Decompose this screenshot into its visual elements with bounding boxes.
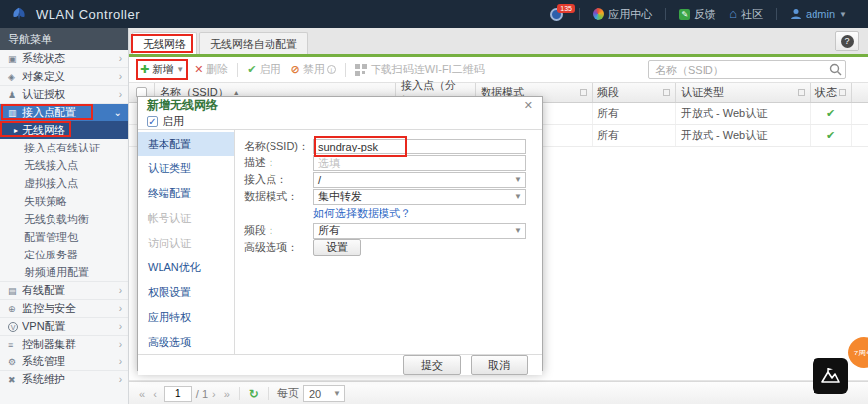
column-header-status[interactable]: 状态 [811,83,852,102]
divider [665,8,666,20]
ap-label: 接入点： [244,172,309,187]
x-icon: ✕ [194,63,203,76]
sidebar-item-monitor-security[interactable]: ⊕ 监控与安全 › [0,299,128,317]
description-input[interactable] [313,155,526,171]
dialog-nav-terminal-config[interactable]: 终端配置 [138,181,234,206]
person-icon: ♟ [8,90,22,100]
community-link[interactable]: ⌂ 社区 [729,7,763,22]
download-wifi-qr-button[interactable]: 下载扫码连WI-FI二维码 [355,62,485,77]
sidebar-item-system-status[interactable]: ▣ 系统状态 › [0,50,128,67]
dialog-nav-permission-settings[interactable]: 权限设置 [138,280,234,305]
delete-button[interactable]: ✕ 删除 [194,62,228,77]
sidebar-item-system-maintenance[interactable]: ✖ 系统维护 › [0,370,128,388]
topbar: WLAN Controller 135 应用中心 ✎ 反馈 ⌂ 社区 [0,0,868,28]
sidebar-item-vpn-config[interactable]: V VPN配置 › [0,317,128,335]
form-row-band: 频段： 所有 ▼ [244,222,526,239]
dialog-nav-access-auth: 访问认证 [138,231,234,255]
cell-auth-type: 开放式 - Web认证 [676,103,811,124]
sidebar-item-ap-wired-auth[interactable]: 接入点有线认证 [0,139,128,156]
sidebar-item-object-definition[interactable]: ◈ 对象定义 › [0,67,128,85]
column-menu-icon[interactable] [580,89,587,96]
sidebar-item-controller-cluster[interactable]: ≡ 控制器集群 › [0,335,128,353]
ap-select[interactable]: / ▼ [313,172,526,188]
tab-wireless-auto-config[interactable]: 无线网络自动配置 [199,32,308,54]
checkbox-checked-icon[interactable]: ✓ [147,116,158,127]
chevron-right-icon: › [119,285,122,296]
sidebar-item-location-server[interactable]: 定位服务器 [0,246,128,263]
dialog-nav-app-privilege[interactable]: 应用特权 [138,305,234,330]
sidebar-item-load-balance[interactable]: 无线负载均衡 [0,210,128,228]
submit-button[interactable]: 提交 [403,355,461,375]
form-row-data-mode: 数据模式： 集中转发 ▼ [244,188,526,205]
ssid-input[interactable] [313,139,526,154]
sidebar-item-system-management[interactable]: ⚙ 系统管理 › [0,353,128,370]
sidebar-item-config-package[interactable]: 配置管理包 [0,228,128,246]
sidebar-item-wireless-ap[interactable]: 无线接入点 [0,156,128,174]
sidebar-item-rf-general-config[interactable]: 射频通用配置 [0,263,128,281]
advanced-settings-button[interactable]: 设置 [313,239,361,256]
object-icon: ◈ [8,72,22,82]
chevron-right-icon: › [119,53,122,64]
main-content: 无线网络 无线网络自动配置 ? ✚ 新增 ▼ ✕ 删除 [129,28,868,404]
band-select[interactable]: 所有 ▼ [313,223,526,239]
chevron-right-icon: › [119,89,122,100]
search-input[interactable] [648,60,846,79]
first-page-icon[interactable]: « [139,388,145,400]
cancel-button[interactable]: 取消 [471,355,528,375]
column-menu-icon[interactable] [798,89,805,96]
list-icon: ≡ [8,340,22,350]
advanced-options-label: 高级选项： [244,240,309,254]
plus-icon: ✚ [140,63,149,76]
disable-button[interactable]: ⊘ 禁用 i [291,62,336,77]
feedback-link[interactable]: ✎ 反馈 [679,7,715,22]
tab-wireless-network[interactable]: 无线网络 [132,32,197,54]
sidebar-item-virtual-ap[interactable]: 虚拟接入点 [0,174,128,192]
sidebar-item-offline-policy[interactable]: 失联策略 [0,192,128,210]
chevron-right-icon: › [119,356,122,367]
last-page-icon[interactable]: » [224,388,230,400]
sidebar-item-authentication[interactable]: ♟ 认证授权 › [0,85,128,103]
close-icon[interactable]: ✕ [524,99,533,112]
chevron-down-icon: ▼ [176,65,184,74]
user-menu[interactable]: admin ▼ [790,8,847,20]
search-icon[interactable] [829,63,842,76]
brand: WLAN Controller [10,5,140,23]
form-row-ssid: 名称(SSID)： [244,138,526,154]
page-number-input[interactable] [164,386,192,402]
column-header-band[interactable]: 频段 [593,83,676,102]
promo-button[interactable] [813,358,848,394]
dialog-nav-wlan-optimization[interactable]: WLAN优化 [138,255,234,280]
brand-logo-icon [10,5,28,23]
divider [268,387,269,400]
add-button[interactable]: ✚ 新增 ▼ [140,62,184,77]
per-page-select[interactable]: 20 ▼ [303,385,345,402]
dialog-titlebar: 新增无线网络 ✕ [138,97,542,114]
dialog-nav-auth-type[interactable]: 认证类型 [138,156,234,181]
sidebar-item-ap-config[interactable]: ▥ 接入点配置 ⌄ [0,103,128,121]
prev-page-icon[interactable]: ‹ [153,388,157,400]
how-to-choose-mode-link[interactable]: 如何选择数据模式？ [313,206,411,221]
data-mode-select[interactable]: 集中转发 ▼ [313,189,526,205]
column-header-auth-type[interactable]: 认证类型 [676,83,811,102]
sidebar-item-wired-config[interactable]: ▤ 有线配置 › [0,281,128,299]
dialog-nav-basic-config[interactable]: 基本配置 [138,132,234,156]
app-center-icon [593,8,604,20]
refresh-icon[interactable]: ↻ [249,387,259,401]
column-menu-icon[interactable] [663,89,670,96]
search-box [648,60,846,79]
chevron-right-icon: › [119,374,122,385]
enable-button[interactable]: ✔ 启用 [247,62,280,77]
column-menu-icon[interactable] [839,89,846,96]
status-enabled-icon: ✔ [811,103,852,124]
next-page-icon[interactable]: › [212,388,216,400]
sidebar-item-wireless-network[interactable]: ▸ 无线网络 [0,121,128,139]
app-center-link[interactable]: 应用中心 [593,7,652,22]
form-row-advanced: 高级选项： 设置 [244,239,526,255]
info-icon: i [327,65,336,74]
tab-bar: 无线网络 无线网络自动配置 ? [129,28,868,57]
alert-button[interactable]: 135 [550,8,563,21]
help-button[interactable]: ? [835,31,859,51]
dialog-nav-advanced-options[interactable]: 高级选项 [138,330,234,354]
sort-ascending-icon: ▲ [233,89,240,96]
dialog-form: 名称(SSID)： 描述： 接入点： [235,130,542,354]
